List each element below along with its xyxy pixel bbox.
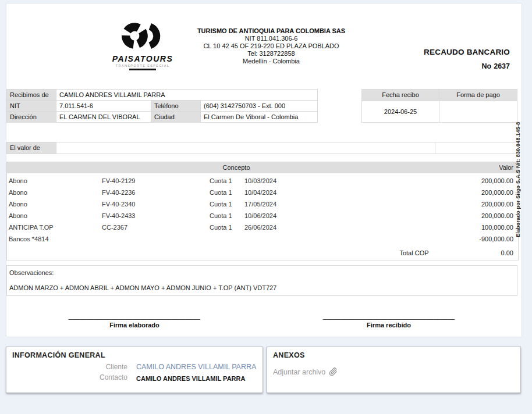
row-documento: FV-40-2236	[102, 187, 210, 198]
informacion-general-title: INFORMACIÓN GENERAL	[6, 347, 263, 362]
row-documento: FV-40-2129	[102, 175, 210, 187]
valor-row: El valor de	[6, 142, 519, 154]
row-tipo: Abono	[9, 210, 102, 222]
observaciones-box: Observaciones: ADMON MARZO + ADMON ABRIL…	[6, 265, 517, 296]
concepto-table-header: Concepto Valor	[7, 162, 518, 173]
row-valor: 100,000.00	[448, 222, 518, 233]
row-documento: FV-40-2433	[102, 210, 210, 222]
receipt-title: RECAUDO BANCARIO	[424, 48, 510, 56]
row-tipo: Abono	[9, 187, 102, 198]
company-nit: NIT 811.041.306-6	[155, 35, 388, 42]
row-cuota: Cuota 1	[210, 175, 244, 187]
concepto-rows: Abono FV-40-2129 Cuota 1 10/03/2024 200,…	[7, 173, 518, 245]
company-name: TURISMO DE ANTIOQUIA PARA COLOMBIA SAS	[155, 27, 388, 35]
table-row: Abono FV-40-2340 Cuota 1 17/05/2024 200,…	[7, 198, 518, 210]
valor-text-field	[56, 142, 435, 154]
row-cuota	[210, 233, 244, 245]
concepto-header: Concepto	[7, 162, 466, 173]
receipt-number-label: No	[482, 62, 492, 70]
row-cuota: Cuota 1	[210, 222, 244, 233]
firma-elaborado-label: Firma elaborado	[59, 322, 210, 329]
telefono-label: Teléfono	[151, 101, 201, 111]
table-row: Bancos *4814 -900,000.00	[7, 233, 518, 245]
row-cuota: Cuota 1	[210, 210, 244, 222]
direccion-value: EL CARMEN DEL VIBORAL	[56, 112, 151, 122]
contacto-label: Contacto	[6, 372, 127, 384]
row-documento	[102, 233, 210, 245]
row-valor: 200,000.00	[448, 210, 518, 222]
direccion-label: Dirección	[7, 112, 56, 122]
row-fecha: 10/04/2024	[244, 187, 448, 198]
table-row: Dirección EL CARMEN DEL VIBORAL Ciudad E…	[7, 112, 318, 123]
total-row: Total COP 0.00	[7, 247, 518, 259]
row-fecha: 26/06/2024	[244, 222, 448, 233]
cliente-link[interactable]: CAMILO ANDRES VILLAMIL PARRA	[136, 362, 263, 372]
siigo-sidenote: Elaborado por Siigo S.A.S Nit: 830.048.1…	[515, 108, 521, 237]
firma-recibido-label: Firma recibido	[313, 322, 464, 329]
payment-table: Fecha recibo Forma de pago 2024-06-25	[361, 89, 517, 123]
company-address: CL 10 42 45 OF 219-220 ED PLAZA POBLADO	[155, 42, 388, 50]
valor-label: El valor de	[7, 142, 56, 154]
fecha-recibo-header: Fecha recibo	[362, 90, 439, 101]
observaciones-label: Observaciones:	[9, 269, 515, 276]
receipt-document: PAISATOURS TRANSPORTE ESPECIAL TURISMO D…	[6, 3, 522, 337]
row-fecha	[244, 233, 448, 245]
anexos-panel: ANEXOS Adjuntar archivo	[267, 347, 521, 393]
adjuntar-archivo-label: Adjuntar archivo	[273, 368, 325, 376]
forma-pago-value	[439, 101, 517, 122]
nit-label: NIT	[7, 101, 56, 111]
row-fecha: 10/03/2024	[244, 175, 448, 187]
company-info: TURISMO DE ANTIOQUIA PARA COLOMBIA SAS N…	[155, 27, 388, 65]
total-label: Total COP	[399, 247, 428, 259]
ciudad-label: Ciudad	[151, 112, 201, 122]
table-row: Abono FV-40-2433 Cuota 1 10/06/2024 200,…	[7, 210, 518, 222]
firma-elaborado-block: _____________________________________ Fi…	[59, 313, 210, 329]
fecha-recibo-value: 2024-06-25	[362, 101, 439, 122]
row-documento: CC-2367	[102, 222, 210, 233]
brand-underline	[129, 69, 156, 70]
nit-value: 7.011.541-6	[56, 101, 151, 111]
contacto-row: Contacto CAMILO ANDRES VILLAMIL PARRA	[6, 372, 263, 384]
recibimos-value: CAMILO ANDRES VILLAMIL PARRA	[56, 90, 318, 100]
signature-line: _____________________________________	[59, 313, 210, 320]
observaciones-text: ADMON MARZO + ADMON ABRIL + ADMON MAYO +…	[9, 284, 515, 291]
row-tipo: Abono	[9, 198, 102, 210]
row-valor: 200,000.00	[448, 198, 518, 210]
payment-table-body: 2024-06-25	[362, 101, 517, 122]
signature-line: _____________________________________	[313, 313, 464, 320]
table-row: ANTICIPA T.OP CC-2367 Cuota 1 26/06/2024…	[7, 222, 518, 233]
valor-amount-field	[435, 142, 518, 154]
client-info-table: Recibimos de CAMILO ANDRES VILLAMIL PARR…	[6, 89, 318, 123]
cliente-label: Cliente	[6, 362, 127, 372]
row-fecha: 10/06/2024	[244, 210, 448, 222]
table-row: Recibimos de CAMILO ANDRES VILLAMIL PARR…	[7, 90, 318, 101]
row-cuota: Cuota 1	[210, 198, 244, 210]
row-cuota: Cuota 1	[210, 187, 244, 198]
row-fecha: 17/05/2024	[244, 198, 448, 210]
row-tipo: Bancos *4814	[9, 233, 102, 245]
telefono-value: (604) 3142750703 - Ext. 000	[201, 101, 318, 111]
recibimos-label: Recibimos de	[7, 90, 56, 100]
receipt-number-value: 2637	[494, 62, 510, 70]
table-row: Abono FV-40-2129 Cuota 1 10/03/2024 200,…	[7, 175, 518, 187]
payment-table-header: Fecha recibo Forma de pago	[362, 90, 517, 101]
row-valor: 200,000.00	[448, 187, 518, 198]
receipt-header: RECAUDO BANCARIO No2637	[424, 48, 510, 70]
row-tipo: ANTICIPA T.OP	[9, 222, 102, 233]
table-row: Abono FV-40-2236 Cuota 1 10/04/2024 200,…	[7, 187, 518, 198]
informacion-general-panel: INFORMACIÓN GENERAL Cliente CAMILO ANDRE…	[6, 347, 263, 393]
firma-recibido-block: _____________________________________ Fi…	[313, 313, 464, 329]
company-phone: Tel: 3128722858	[155, 50, 388, 58]
company-city: Medellín - Colombia	[155, 58, 388, 65]
row-valor: -900,000.00	[448, 233, 518, 245]
forma-pago-header: Forma de pago	[439, 90, 517, 101]
total-value: 0.00	[501, 247, 518, 259]
concepto-table: Concepto Valor Abono FV-40-2129 Cuota 1 …	[6, 162, 519, 260]
row-documento: FV-40-2340	[102, 198, 210, 210]
row-tipo: Abono	[9, 175, 102, 187]
table-row: NIT 7.011.541-6 Teléfono (604) 314275070…	[7, 101, 318, 112]
paperclip-icon	[329, 367, 338, 376]
valor-header: Valor	[466, 162, 518, 173]
adjuntar-archivo-button[interactable]: Adjuntar archivo	[267, 362, 343, 382]
anexos-title: ANEXOS	[267, 347, 520, 362]
